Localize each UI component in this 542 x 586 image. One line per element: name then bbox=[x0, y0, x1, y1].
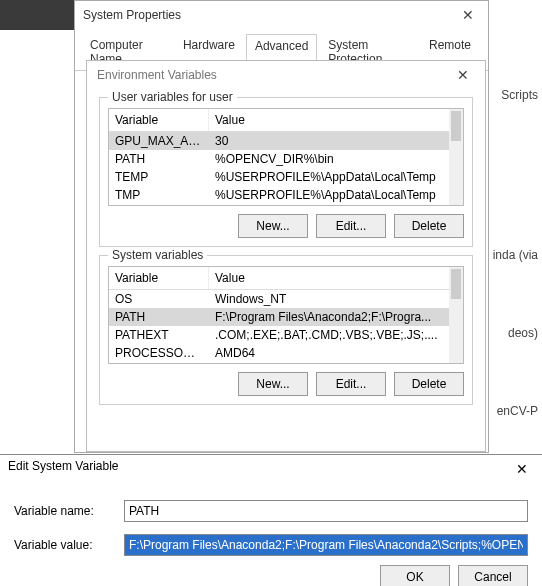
variable-name-input[interactable] bbox=[124, 500, 528, 522]
header-variable[interactable]: Variable bbox=[109, 109, 209, 131]
header-value[interactable]: Value bbox=[209, 109, 463, 131]
edit-button[interactable]: Edit... bbox=[316, 214, 386, 238]
bg-text: deos) bbox=[508, 326, 538, 340]
env-title: Environment Variables bbox=[97, 68, 217, 82]
cancel-button[interactable]: Cancel bbox=[458, 565, 528, 586]
env-titlebar: Environment Variables ✕ bbox=[87, 61, 485, 89]
close-icon[interactable]: ✕ bbox=[456, 5, 480, 25]
scroll-thumb[interactable] bbox=[451, 269, 461, 299]
scrollbar[interactable] bbox=[449, 109, 463, 205]
ok-button[interactable]: OK bbox=[380, 565, 450, 586]
sysprop-titlebar: System Properties ✕ bbox=[75, 1, 488, 29]
delete-button[interactable]: Delete bbox=[394, 214, 464, 238]
close-icon[interactable]: ✕ bbox=[451, 65, 475, 85]
table-row[interactable]: TMP%USERPROFILE%\AppData\Local\Temp bbox=[109, 186, 463, 204]
table-header: Variable Value bbox=[109, 267, 463, 290]
new-button[interactable]: New... bbox=[238, 372, 308, 396]
sys-group-legend: System variables bbox=[108, 248, 207, 262]
sysprop-title: System Properties bbox=[83, 8, 181, 22]
variable-value-label: Variable value: bbox=[14, 538, 106, 552]
edit-window-title: Edit System Variable bbox=[8, 459, 119, 479]
environment-variables-window: Environment Variables ✕ User variables f… bbox=[86, 60, 486, 452]
close-icon[interactable]: ✕ bbox=[510, 459, 534, 479]
table-row[interactable]: TEMP%USERPROFILE%\AppData\Local\Temp bbox=[109, 168, 463, 186]
table-header: Variable Value bbox=[109, 109, 463, 132]
header-variable[interactable]: Variable bbox=[109, 267, 209, 289]
variable-value-input[interactable] bbox=[124, 534, 528, 556]
bg-text: Scripts bbox=[501, 88, 538, 102]
user-variables-table[interactable]: Variable Value GPU_MAX_ALLO...30 PATH%OP… bbox=[108, 108, 464, 206]
variable-name-label: Variable name: bbox=[14, 504, 106, 518]
edit-system-variable-window: Edit System Variable ✕ Variable name: Va… bbox=[0, 454, 542, 586]
scroll-thumb[interactable] bbox=[451, 111, 461, 141]
table-row[interactable]: GPU_MAX_ALLO...30 bbox=[109, 132, 463, 150]
user-group-legend: User variables for user bbox=[108, 90, 237, 104]
system-variables-table[interactable]: Variable Value OSWindows_NT PATHF:\Progr… bbox=[108, 266, 464, 364]
table-row[interactable]: PATHF:\Program Files\Anaconda2;F:\Progra… bbox=[109, 308, 463, 326]
table-row[interactable]: PATH%OPENCV_DIR%\bin bbox=[109, 150, 463, 168]
table-row[interactable]: PROCESSOR_A...AMD64 bbox=[109, 344, 463, 362]
user-variables-group: User variables for user Variable Value G… bbox=[99, 97, 473, 247]
background-dark-bar bbox=[0, 0, 82, 30]
edit-titlebar: Edit System Variable ✕ bbox=[0, 455, 542, 483]
bg-text: enCV-P bbox=[497, 404, 538, 418]
new-button[interactable]: New... bbox=[238, 214, 308, 238]
header-value[interactable]: Value bbox=[209, 267, 463, 289]
edit-button[interactable]: Edit... bbox=[316, 372, 386, 396]
delete-button[interactable]: Delete bbox=[394, 372, 464, 396]
scrollbar[interactable] bbox=[449, 267, 463, 363]
table-row[interactable]: OSWindows_NT bbox=[109, 290, 463, 308]
table-row[interactable]: PATHEXT.COM;.EXE;.BAT;.CMD;.VBS;.VBE;.JS… bbox=[109, 326, 463, 344]
bg-text: inda (via bbox=[493, 248, 538, 262]
system-variables-group: System variables Variable Value OSWindow… bbox=[99, 255, 473, 405]
